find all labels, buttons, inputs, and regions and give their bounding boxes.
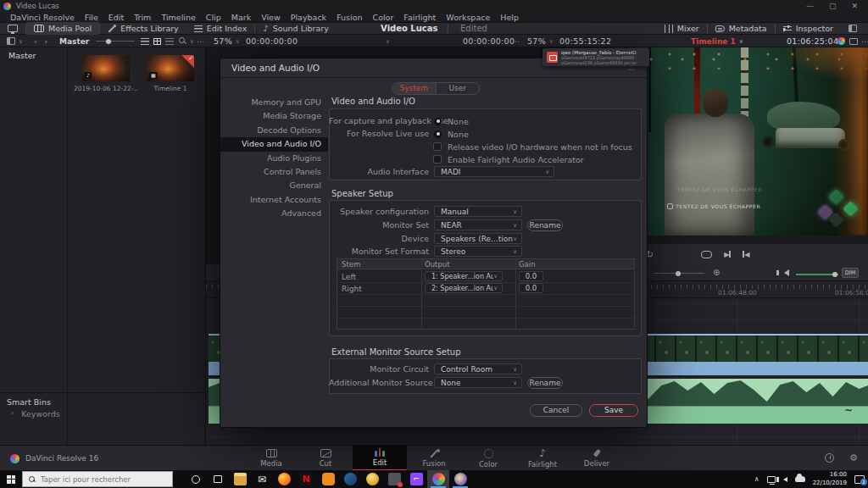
twitch-icon[interactable]: ⌐ [405,470,427,488]
edit-index-button[interactable]: Edit Index [186,22,255,35]
fullscreen-icon[interactable] [849,35,858,47]
dialog-sidebar-item[interactable]: Internet Accounts [220,193,328,207]
timeline-zoom-select[interactable]: 57%∨ [527,35,554,47]
close-button[interactable]: ✕ [851,2,858,10]
monitor-set-format-select[interactable]: Stereo∨ [434,246,522,257]
stream-notification[interactable]: qwe (Morgause_Fabio - EternelO pGamepad9… [542,48,649,66]
source-clip-select[interactable]: ∨ [386,35,390,47]
task-view-button[interactable] [207,470,229,488]
menu-item[interactable]: File [80,13,103,22]
project-manager-icon[interactable] [825,453,834,463]
viewer-more-button[interactable]: ⋯ [861,35,868,47]
smart-bin-keywords[interactable]: › Keywords [0,409,206,419]
menu-item[interactable]: Playback [286,13,331,22]
screen-recorder-icon[interactable] [383,470,405,488]
tray-expand-icon[interactable]: ∧ [754,475,760,483]
timeline-zoom-slider[interactable] [654,273,704,274]
menu-item[interactable]: View [256,13,286,22]
prev-marker-button[interactable]: ◀ [743,251,749,258]
save-button[interactable]: Save [589,404,638,417]
dialog-sidebar-item[interactable]: Advanced [220,207,328,220]
sort-button[interactable] [141,35,149,47]
timeline-thumbnail[interactable]: ▦ ✓ [147,55,194,81]
menu-item[interactable]: Trim [129,13,156,22]
page-tab-color[interactable]: Color [461,446,515,471]
sound-library-button[interactable]: ♪ Sound Library [255,22,337,35]
bin-panel-toggle[interactable]: ∨ [7,35,23,47]
mail-icon[interactable]: ✉ [251,470,273,488]
dialog-sidebar-item[interactable]: Media Storage [220,109,328,123]
bin-back-button[interactable]: ‹ [34,37,37,46]
search-input[interactable] [41,475,159,484]
netflix-icon[interactable]: N [295,470,317,488]
maximize-button[interactable]: ▢ [829,2,837,10]
speaker-icon[interactable] [784,269,789,276]
media-pool-options-button[interactable]: ⋯ [197,35,205,47]
file-explorer-icon[interactable] [229,470,251,488]
dialog-sidebar-item[interactable]: Audio Plugins [220,152,328,165]
metadata-button[interactable]: Metadata [708,22,775,35]
tab-user[interactable]: User [437,83,480,94]
mixer-button[interactable]: Mixer [657,22,707,35]
dialog-sidebar-item[interactable]: Video and Audio I/O [220,137,328,151]
source-timecode[interactable]: 00:00:00:00 [246,35,298,47]
cancel-button[interactable]: Cancel [530,404,582,417]
additional-monitor-source-select[interactable]: None∨ [434,377,522,388]
taskbar-search[interactable] [22,471,173,487]
bin-breadcrumb[interactable]: Master [59,35,89,47]
tab-system[interactable]: System [392,83,437,94]
zoom-in-icon[interactable]: ⊕ [713,268,720,277]
dialog-sidebar-item[interactable]: Memory and GPU [220,96,328,109]
network-icon[interactable] [767,476,776,483]
color-wheel-icon[interactable] [837,35,845,47]
dialog-options-button[interactable]: ⋯ [628,65,637,74]
dialog-sidebar-item[interactable]: Decode Options [220,124,328,137]
effects-library-button[interactable]: Effects Library [100,22,186,35]
page-tab-fusion[interactable]: Fusion [407,446,461,471]
viewer-options-button[interactable]: ⋯ [512,35,520,47]
menu-item[interactable]: Color [368,13,399,22]
menu-item[interactable]: Timeline [156,13,200,22]
media-pool-button[interactable]: Media Pool [26,22,99,35]
coin-app-icon[interactable] [361,470,383,488]
minimize-button[interactable]: — [806,2,814,10]
settings-gear-icon[interactable]: ⚙ [849,453,860,463]
volume-icon[interactable] [783,477,787,482]
onedrive-icon[interactable] [795,476,805,482]
menu-item[interactable]: Fairlight [398,13,441,22]
speaker-configuration-select[interactable]: Manual∨ [434,206,522,217]
davinci-taskbar-icon[interactable] [427,470,449,488]
menu-item[interactable]: Workspace [441,13,495,22]
monitor-set-select[interactable]: NEAR∨ [434,219,522,230]
right-gain-input[interactable]: 0.0 [519,283,543,293]
left-gain-input[interactable]: 0.0 [519,271,543,281]
source-zoom-select[interactable]: 57%∨ [214,35,240,47]
rename-monitor-set-button[interactable]: Rename [527,219,563,231]
firefox-icon[interactable] [273,470,295,488]
game-app-icon[interactable] [449,470,471,488]
cortana-button[interactable] [185,470,207,488]
menu-item[interactable]: DaVinci Resolve [5,13,80,22]
monitor-circuit-select[interactable]: Control Room∨ [434,363,522,374]
menu-item[interactable]: Fusion [331,13,367,22]
taskbar-clock[interactable]: 16:00 22/10/2019 [813,471,847,487]
clip-thumbnail[interactable]: ♪ [82,55,130,81]
device-select[interactable]: Speakers (Re...tion Audio)∨ [434,233,522,244]
screen-share-button[interactable] [0,22,25,35]
notification-center-icon[interactable]: 2 [854,475,865,484]
bin-tree-master[interactable]: Master [0,47,67,60]
volume-slider[interactable] [796,274,838,275]
release-hardware-checkbox[interactable]: Release video I/O hardware when not in f… [433,141,632,152]
fairlight-accelerator-checkbox[interactable]: Enable Fairlight Audio Accelerator [433,153,584,165]
r4ename-monitor-source-button[interactable]: Rename [527,377,563,389]
menu-item[interactable]: Mark [226,13,256,22]
smart-bins-header[interactable]: Smart Bins [0,392,206,407]
inspector-button[interactable]: Inspector [776,22,841,35]
menu-item[interactable]: Edit [103,13,129,22]
page-tab-media[interactable]: Media [244,446,298,471]
blue-app-icon[interactable] [339,470,361,488]
thumbnail-view-button[interactable] [153,35,161,47]
page-tab-cut[interactable]: Cut [298,446,353,471]
bin-forward-button[interactable]: › [45,37,48,46]
streamlabs-icon[interactable] [317,470,339,488]
